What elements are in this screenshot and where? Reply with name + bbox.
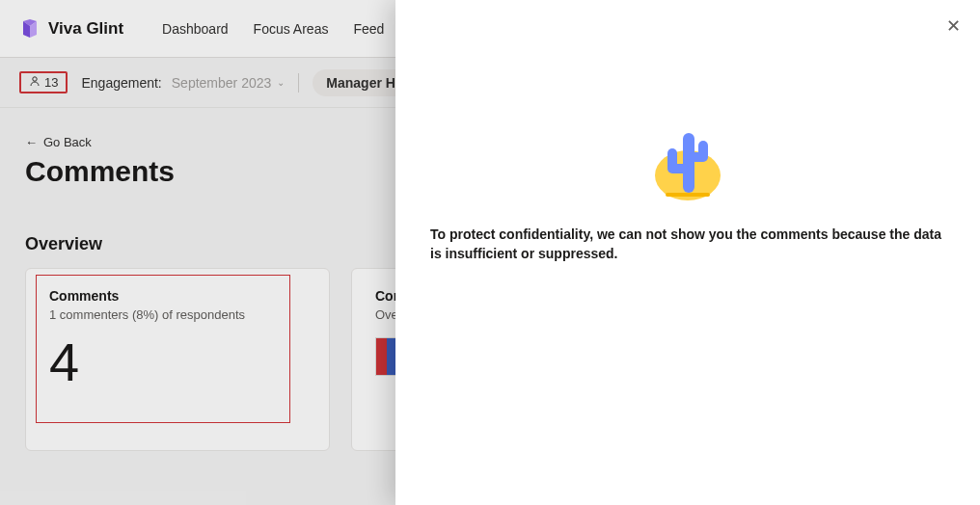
empty-state-illustration <box>430 116 945 202</box>
svg-rect-5 <box>666 193 710 197</box>
svg-rect-8 <box>667 164 689 173</box>
close-button[interactable]: ✕ <box>946 15 961 37</box>
engagement-filter[interactable]: Engagement: September 2023 ⌄ <box>81 75 285 91</box>
top-nav: Dashboard Focus Areas Feed <box>162 21 384 37</box>
comments-card-title: Comments <box>49 288 306 304</box>
side-panel: ✕ To protect confidentiality, we can not… <box>395 0 980 505</box>
nav-feed[interactable]: Feed <box>353 21 384 37</box>
comments-card-subtitle: 1 commenters (8%) of respondents <box>49 307 306 322</box>
svg-rect-6 <box>683 133 694 193</box>
confidentiality-message: To protect confidentiality, we can not s… <box>430 226 945 263</box>
app-name: Viva Glint <box>48 19 123 39</box>
respondents-badge[interactable]: 13 <box>19 71 68 93</box>
svg-rect-10 <box>689 152 708 162</box>
engagement-label: Engagement: <box>81 75 161 91</box>
go-back-label: Go Back <box>43 135 92 149</box>
chevron-down-icon: ⌄ <box>277 77 285 88</box>
sentiment-negative-segment <box>376 338 387 375</box>
go-back-link[interactable]: ← Go Back <box>25 135 92 149</box>
svg-point-3 <box>33 77 37 81</box>
comments-count-value: 4 <box>49 335 306 389</box>
viva-glint-logo-icon <box>19 18 41 40</box>
person-icon <box>29 75 41 90</box>
comments-card[interactable]: Comments 1 commenters (8%) of respondent… <box>25 268 330 451</box>
divider <box>298 73 299 93</box>
app-logo[interactable]: Viva Glint <box>19 18 123 40</box>
nav-dashboard[interactable]: Dashboard <box>162 21 229 37</box>
engagement-value: September 2023 <box>172 75 272 91</box>
nav-focus-areas[interactable]: Focus Areas <box>254 21 329 37</box>
cactus-icon <box>644 116 731 202</box>
respondents-count: 13 <box>44 75 58 90</box>
close-icon: ✕ <box>946 16 961 36</box>
arrow-left-icon: ← <box>25 135 38 149</box>
